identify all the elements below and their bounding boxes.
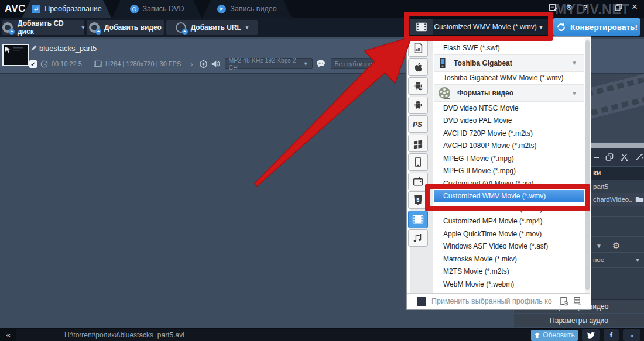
add-profile-icon[interactable] [560, 297, 568, 306]
format-option[interactable]: Customized MKV Movie (*.mkv) [434, 202, 584, 215]
maximize-button[interactable] [614, 2, 623, 12]
convert-label: Конвертировать! [570, 23, 638, 32]
copy-icon[interactable] [605, 153, 614, 161]
film-reel-icon [437, 86, 451, 100]
remove-icon[interactable] [594, 157, 599, 158]
format-group-toshiba-gigabeat[interactable]: Toshiba Gigabeat ▼ [434, 54, 584, 72]
media-player-device-icon [437, 57, 448, 70]
svg-text:all: all [415, 47, 420, 52]
minimize-button[interactable]: — [597, 2, 607, 12]
settings-gear-icon[interactable]: ⚙ [612, 240, 620, 251]
format-option[interactable]: Flash SWF (*.swf) [434, 42, 584, 54]
format-option[interactable]: Matroska Movie (*.mkv) [434, 253, 584, 266]
category-mobile-phone[interactable] [408, 153, 428, 171]
settings-combo[interactable]: ное ▼ [591, 253, 644, 266]
scrollbar[interactable] [585, 38, 590, 293]
file-path: H:\torrent\ролики\bluestacks_part5.avi [64, 331, 184, 339]
category-playstation[interactable]: PS [408, 115, 428, 133]
scissors-icon[interactable] [620, 153, 629, 161]
apply-to-all-checkbox[interactable] [417, 297, 426, 306]
svg-text:PS: PS [413, 120, 422, 129]
convert-button[interactable]: Конвертировать! [553, 18, 640, 36]
preview-seekbar[interactable] [591, 143, 644, 148]
edit-pencil-icon[interactable] [30, 44, 37, 51]
settings-gear-icon[interactable]: ⚙ [564, 2, 574, 12]
category-all-formats[interactable]: all [408, 39, 428, 57]
app-window: AVC ⇄ Преобразование Запись DVD ▶ Запись… [0, 0, 644, 341]
format-option[interactable]: AVCHD 720P Movie (*.m2ts) [434, 127, 584, 140]
facebook-button[interactable]: f [604, 329, 619, 341]
category-video-formats[interactable] [408, 211, 428, 228]
globe-icon: + [176, 22, 186, 33]
toolbar: + Добавить CD диск ▾ + Добавить видео + … [0, 18, 644, 37]
category-tv[interactable] [408, 173, 428, 190]
output-profile-value: Customized WMV Movie (*.wmv) [433, 23, 538, 31]
feedback-icon[interactable] [548, 2, 557, 12]
settings-row-name[interactable]: part5 [591, 180, 644, 193]
play-icon: ▶ [217, 5, 226, 13]
format-option[interactable]: Windows ASF Video Movie (*.asf) [434, 240, 584, 253]
title-bar: AVC ⇄ Преобразование Запись DVD ▶ Запись… [0, 0, 644, 18]
apply-to-all-row: Применить выбранный профиль ко всем виде… [407, 293, 590, 309]
svg-text:S: S [419, 86, 422, 90]
category-apple[interactable] [408, 58, 428, 76]
category-android-samsung[interactable]: S [408, 77, 428, 95]
chevron-down-icon: ▼ [571, 60, 577, 66]
tab-record-video[interactable]: ▶ Запись видео [203, 0, 292, 18]
folder-icon[interactable] [635, 196, 644, 203]
subtitle-select[interactable]: Без субтитров ▼ [331, 58, 392, 69]
category-music[interactable] [408, 229, 428, 247]
format-dropdown-panel: all S PS 5 Flash [406, 36, 591, 310]
format-option[interactable]: WebM Movie (*.webm) [434, 278, 584, 291]
format-option[interactable]: M2TS Movie (*.m2ts) [434, 266, 584, 278]
file-duration: 00:10:22.5 [52, 60, 82, 67]
scrollbar-thumb[interactable] [585, 40, 590, 290]
category-android[interactable] [408, 97, 428, 114]
collapse-button[interactable]: « [0, 329, 16, 341]
magic-wand-icon[interactable] [635, 153, 644, 161]
settings-header: ки [591, 167, 644, 180]
settings-body [591, 206, 644, 299]
format-option[interactable]: DVD video NTSC Movie [434, 102, 584, 115]
tab-record-video-label: Запись видео [230, 5, 276, 13]
remove-profile-icon[interactable] [573, 297, 582, 306]
format-option-selected[interactable]: Customized WMV Movie (*.wmv) [434, 190, 584, 203]
file-title[interactable]: bluestacks_part5 [39, 44, 97, 53]
chevron-down-icon: ▼ [635, 257, 644, 263]
add-video-button[interactable]: + Добавить видео [87, 20, 164, 35]
format-group-video-formats[interactable]: Форматы видео ▼ [434, 84, 584, 102]
format-option[interactable]: AVCHD 1080P Movie (*.m2ts) [434, 140, 584, 153]
apply-to-all-label: Применить выбранный профиль ко всем виде… [431, 297, 554, 305]
help-button[interactable]: ? [581, 2, 590, 12]
subtitle-bubble-icon [316, 60, 326, 68]
close-button[interactable]: × [630, 2, 639, 12]
tab-burn-dvd[interactable]: Запись DVD [112, 0, 201, 18]
tab-convert[interactable]: ⇄ Преобразование [22, 0, 111, 18]
format-option[interactable]: MPEG-II Movie (*.mpg) [434, 165, 584, 178]
add-url-button[interactable]: + Добавить URL ▾ [166, 20, 258, 35]
window-controls: ⚙ ? — × [548, 2, 639, 12]
format-option[interactable]: Toshiba Gigabeat WMV Movie (*.wmv) [434, 72, 584, 85]
output-profile-select[interactable]: Customized WMV Movie (*.wmv) ▼ [410, 18, 549, 36]
file-checkbox[interactable]: ✔ [29, 60, 37, 68]
twitter-button[interactable] [582, 329, 600, 341]
category-html5[interactable]: 5 [408, 191, 428, 209]
update-button[interactable]: Обновить [531, 330, 578, 341]
audio-track-select[interactable]: MP2 48 KHz 192 Kbps 2 CH ▼ [225, 58, 313, 69]
category-windows[interactable] [408, 135, 428, 152]
format-option[interactable]: DVD video PAL Movie [434, 115, 584, 128]
more-social-button[interactable]: » [623, 329, 640, 341]
format-option[interactable]: Customized MP4 Movie (*.mp4) [434, 215, 584, 228]
settings-row-output-path[interactable]: chard\Video... [591, 193, 644, 206]
chevron-down-icon[interactable]: ▼ [596, 243, 602, 249]
add-cd-label: Добавить CD диск [18, 19, 77, 36]
disc-icon [130, 5, 139, 13]
audio-params-bar[interactable]: Параметры аудио [514, 314, 644, 327]
add-cd-button[interactable]: + Добавить CD диск ▾ [2, 20, 84, 35]
format-option[interactable]: Customized AVI Movie (*.avi) [434, 177, 584, 190]
audio-track-value: MP2 48 KHz 192 Kbps 2 CH [229, 57, 300, 71]
format-option[interactable]: MPEG-I Movie (*.mpg) [434, 152, 584, 165]
chevron-down-icon: ▼ [303, 61, 309, 67]
filmstrip-icon [410, 19, 433, 35]
format-option[interactable]: Apple QuickTime Movie (*.mov) [434, 228, 584, 240]
